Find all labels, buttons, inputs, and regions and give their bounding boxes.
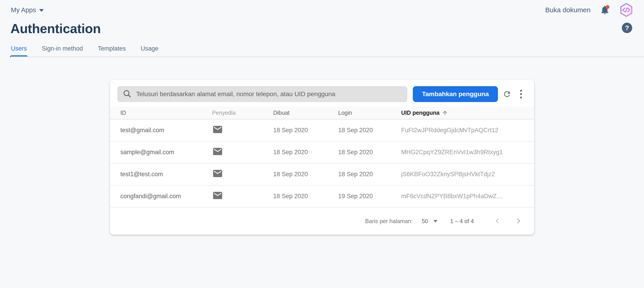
column-header-provider: Penyedia (212, 109, 273, 116)
column-header-created[interactable]: Dibuat (273, 109, 338, 116)
created-date: 18 Sep 2020 (273, 127, 338, 134)
user-email: sample@gmail.com (120, 149, 212, 156)
refresh-button[interactable] (501, 88, 513, 100)
search-input[interactable] (136, 90, 402, 98)
tabbar-divider (11, 56, 644, 57)
table-footer: Baris per halaman: 50 1 – 4 of 4 (110, 208, 534, 235)
app-badge-icon[interactable] (619, 3, 634, 17)
next-page-button[interactable] (513, 215, 524, 227)
user-uid: jS6KBFoO32ZknySPBjsHVktTdjz2 (401, 171, 534, 178)
signed-in-date: 18 Sep 2020 (338, 149, 401, 156)
table-row[interactable]: test@gmail.com 18 Sep 2020 18 Sep 2020 F… (110, 119, 534, 141)
email-provider-icon (212, 124, 273, 136)
tab-usage[interactable]: Usage (140, 45, 158, 57)
table-header: ID Penyedia Dibuat Login UID pengguna (110, 107, 534, 119)
user-uid: mF6cVcdNZPYB8bxW1pPh4aDwZ… (401, 193, 534, 200)
signed-in-date: 18 Sep 2020 (338, 127, 401, 134)
user-email: congfandi@gmail.com (120, 193, 212, 200)
user-uid: FuFt2wJPRddegGjdcMvTpAQCrt12 (401, 127, 534, 134)
chevron-down-icon (434, 220, 438, 222)
pagination-range: 1 – 4 of 4 (450, 218, 474, 224)
user-email: test1@test.com (120, 171, 212, 178)
created-date: 18 Sep 2020 (273, 193, 338, 200)
table-row[interactable]: test1@test.com 18 Sep 2020 18 Sep 2020 j… (110, 164, 534, 186)
overflow-menu-icon[interactable] (515, 88, 527, 100)
rows-per-page-select[interactable]: 50 (422, 218, 438, 224)
users-toolbar: Tambahkan pengguna (110, 80, 534, 102)
my-apps-label: My Apps (11, 6, 36, 14)
tabbar: Users Sign-in method Templates Usage (0, 45, 644, 57)
previous-page-button[interactable] (492, 215, 503, 227)
my-apps-dropdown[interactable]: My Apps (11, 6, 44, 14)
notifications-bell-icon[interactable] (600, 5, 610, 16)
user-uid: MHG2CpqYZ9ZREnVvI1w3h9Rtxyg1 (401, 149, 534, 156)
email-provider-icon (212, 190, 273, 203)
table-row[interactable]: congfandi@gmail.com 18 Sep 2020 19 Sep 2… (110, 186, 534, 208)
column-header-signed-in[interactable]: Login (338, 109, 401, 116)
user-search-bar[interactable] (117, 86, 408, 102)
rows-per-page-label: Baris per halaman: (365, 218, 413, 224)
user-email: test@gmail.com (120, 127, 212, 134)
users-card: Tambahkan pengguna ID Penyedia Dibuat Lo… (110, 80, 534, 235)
sort-arrow-up-icon (442, 110, 448, 116)
created-date: 18 Sep 2020 (273, 149, 338, 156)
column-header-uid[interactable]: UID pengguna (401, 109, 534, 116)
table-row[interactable]: sample@gmail.com 18 Sep 2020 18 Sep 2020… (110, 141, 534, 164)
topbar-actions: Buka dokumen (545, 3, 634, 17)
created-date: 18 Sep 2020 (273, 171, 338, 178)
signed-in-date: 19 Sep 2020 (338, 193, 401, 200)
email-provider-icon (212, 146, 273, 159)
open-docs-link[interactable]: Buka dokumen (545, 6, 590, 14)
tab-users[interactable]: Users (11, 45, 27, 57)
search-icon (123, 89, 131, 99)
add-user-button[interactable]: Tambahkan pengguna (413, 86, 498, 102)
tab-sign-in-method[interactable]: Sign-in method (42, 45, 83, 57)
tab-templates[interactable]: Templates (98, 45, 126, 57)
chevron-down-icon (39, 9, 44, 12)
page-title: Authentication (10, 21, 101, 36)
topbar: My Apps Buka dokumen (0, 0, 644, 15)
email-provider-icon (212, 168, 273, 181)
column-header-id[interactable]: ID (120, 109, 212, 116)
help-icon[interactable]: ? (622, 23, 632, 33)
signed-in-date: 18 Sep 2020 (338, 171, 401, 178)
title-row: Authentication ? (0, 15, 644, 36)
